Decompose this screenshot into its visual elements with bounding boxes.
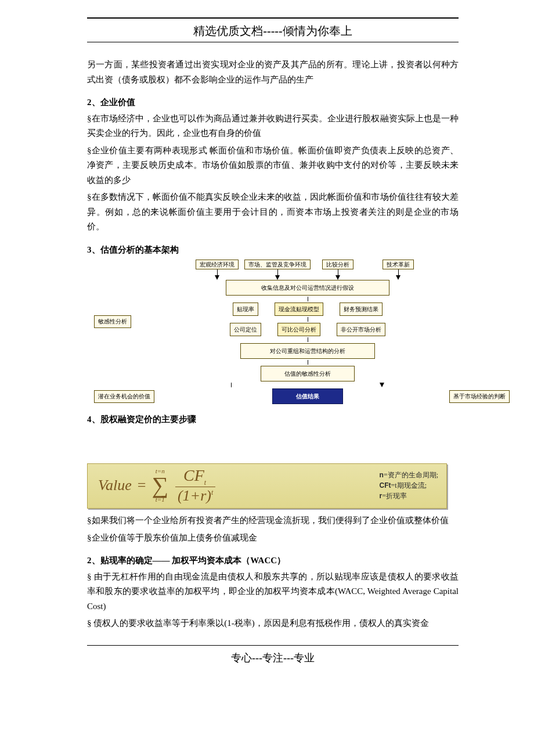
- intro-paragraph: 另一方面，某些投资者通过出资实现对企业的资产及其产品的所有。理论上讲，投资者以何…: [87, 57, 459, 87]
- fraction-denominator-exp: t: [211, 488, 213, 496]
- section-4-title: 4、股权融资定价的主要步骤: [87, 412, 459, 427]
- sigma-upper: t=n: [156, 468, 165, 474]
- formula-lhs: Value: [98, 473, 132, 498]
- formula-fraction: CFt (1+r)t: [175, 467, 215, 504]
- diag-box-compare: 比较分析: [322, 260, 353, 269]
- diag-box-macro: 宏观经济环境: [196, 260, 239, 269]
- diag-box-collect: 收集信息及对公司运营情况进行假设: [226, 280, 389, 296]
- diag-box-market: 市场、监管及竞争环境: [244, 260, 311, 269]
- sec2-p1: §在市场经济中，企业也可以作为商品通过兼并收购进行买卖。企业进行股权融资实际上也…: [87, 111, 459, 141]
- legend-r: =折现率: [382, 492, 407, 500]
- sec4-sub2-title: 2、贴现率的确定—— 加权平均资本成本（WACC）: [87, 553, 459, 568]
- diag-box-private-market: 非公开市场分析: [337, 323, 385, 336]
- fraction-numerator-sub: t: [204, 478, 207, 486]
- diag-box-tech: 技术革新: [383, 260, 414, 269]
- sigma-lower: t=1: [156, 496, 165, 503]
- sigma-symbol: ∑ t=n t=1: [151, 474, 168, 497]
- diag-box-opportunity: 潜在业务机会的价值: [94, 390, 154, 403]
- section-2-title: 2、企业价值: [87, 95, 459, 110]
- document-page: 精选优质文档-----倾情为你奉上 另一方面，某些投资者通过出资实现对企业的资产…: [41, 0, 493, 690]
- sec4-p3: § 由于无杠杆作用的自由现金流是由债权人和股东共享的，所以贴现率应该是债权人的要…: [87, 570, 459, 614]
- formula-legend: n=资产的生命周期; CFt=t期现金流; r=折现率: [380, 470, 438, 501]
- diag-box-forecast: 财务预测结果: [340, 303, 383, 316]
- fraction-denominator-base: (1+r): [178, 487, 211, 504]
- sec4-p1: §如果我们将一个企业给所有投资者产生的经营现金流折现，我们便得到了企业价值或整体…: [87, 513, 459, 528]
- dcf-formula: Value = ∑ t=n t=1 CFt (1+r)t n=资产的生命周期; …: [87, 463, 459, 509]
- diag-box-position: 公司定位: [230, 323, 261, 336]
- formula-expression: Value = ∑ t=n t=1 CFt (1+r)t: [98, 467, 215, 504]
- section-3-title: 3、估值分析的基本架构: [87, 243, 459, 258]
- sec2-p2: §企业价值主要有两种表现形式 帐面价值和市场价值。帐面价值即资产负债表上反映的总…: [87, 143, 459, 188]
- diag-box-result: 估值结果: [272, 388, 343, 404]
- diag-box-discount-rate: 贴现率: [233, 303, 258, 316]
- diag-box-val-sensitivity: 估值的敏感性分析: [261, 366, 355, 381]
- diag-box-dcf-model: 现金流贴现模型: [275, 303, 323, 316]
- legend-cf: =t期现金流;: [391, 481, 427, 489]
- sec4-p2: §企业价值等于股东价值加上债务价值减现金: [87, 531, 459, 546]
- diag-box-comparable: 可比公司分析: [277, 323, 320, 336]
- page-header: 精选优质文档-----倾情为你奉上: [87, 17, 459, 42]
- sec4-p4: § 债权人的要求收益率等于利率乘以(1-税率)，原因是利息有抵税作用，债权人的真…: [87, 616, 459, 631]
- diag-box-sensitivity-left: 敏感性分析: [94, 315, 131, 328]
- page-footer: 专心---专注---专业: [87, 645, 459, 667]
- fraction-numerator: CF: [183, 466, 204, 484]
- diag-box-judgment: 基于市场经验的判断: [449, 390, 510, 403]
- diag-box-restructure: 对公司重组和运营结构的分析: [240, 343, 375, 359]
- valuation-framework-diagram: 宏观经济环境 市场、监管及竞争环境 比较分析 技术革新 收集信息及对公司运营情况…: [157, 260, 459, 404]
- legend-n: =资产的生命周期;: [384, 471, 438, 479]
- sec2-p3: §在多数情况下，帐面价值不能真实反映企业未来的收益，因此帐面价值和市场价值往往有…: [87, 190, 459, 235]
